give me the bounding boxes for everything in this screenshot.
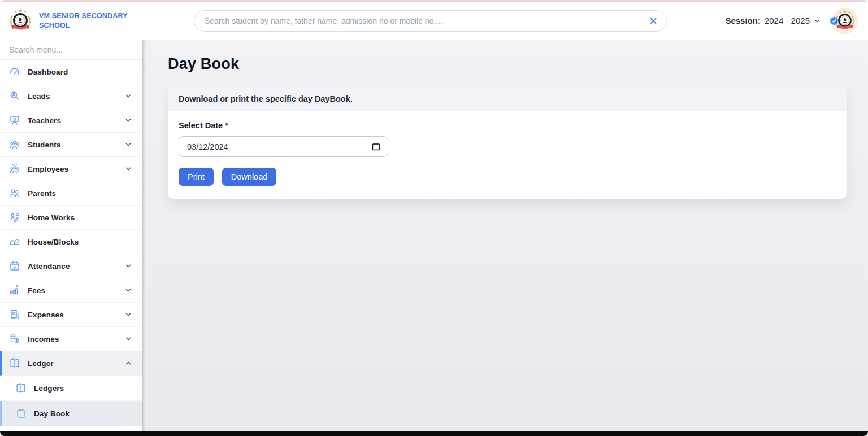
sidebar-item-ledger[interactable]: Ledger bbox=[0, 351, 142, 376]
sidebar-item-fees[interactable]: Fees bbox=[0, 278, 142, 303]
sidebar-item-label: Incomes bbox=[28, 335, 59, 343]
incomes-icon bbox=[9, 333, 20, 345]
app-window: VM SENIOR SECONDARY SCHOOL Session: 2024… bbox=[0, 0, 868, 436]
sidebar-item-dashboard[interactable]: Dashboard bbox=[0, 60, 142, 84]
school-logo-icon bbox=[7, 8, 33, 34]
daybook-icon bbox=[15, 408, 27, 419]
sidebar-item-label: Ledgers bbox=[34, 384, 64, 393]
print-button[interactable]: Print bbox=[179, 168, 214, 186]
sidebar-item-students[interactable]: Students bbox=[0, 133, 142, 157]
brand[interactable]: VM SENIOR SECONDARY SCHOOL bbox=[0, 2, 145, 40]
sidebar-item-house-blocks[interactable]: House/Blocks bbox=[0, 230, 142, 254]
sidebar-item-parents[interactable]: Parents bbox=[0, 181, 142, 206]
daybook-card: Download or print the specific day DayBo… bbox=[168, 87, 847, 199]
sidebar-item-label: Ledger bbox=[28, 359, 54, 368]
avatar[interactable] bbox=[832, 8, 858, 34]
global-search[interactable] bbox=[194, 10, 667, 32]
global-search-wrap bbox=[145, 10, 667, 32]
expenses-icon bbox=[9, 309, 20, 320]
sidebar-item-expenses[interactable]: Expenses bbox=[0, 303, 142, 327]
sidebar-subitem-ledgers[interactable]: Ledgers bbox=[0, 376, 142, 401]
chevron-down-icon bbox=[125, 335, 132, 342]
sidebar-item-label: Teachers bbox=[28, 116, 61, 125]
sidebar-item-label: Attendance bbox=[28, 262, 70, 271]
sidebar-scrollbar[interactable] bbox=[142, 40, 146, 431]
employees-icon bbox=[9, 163, 20, 175]
sidebar-item-label: Expenses bbox=[28, 311, 64, 319]
ledger-icon bbox=[9, 357, 20, 369]
sidebar-item-teachers[interactable]: Teachers bbox=[0, 108, 142, 133]
homeworks-icon bbox=[9, 212, 20, 223]
date-input[interactable]: 03/12/2024 bbox=[179, 136, 388, 157]
sidebar-item-label: Fees bbox=[28, 286, 45, 295]
house-blocks-icon bbox=[9, 236, 20, 247]
sidebar-search[interactable] bbox=[0, 40, 142, 60]
sidebar-item-label: Employees bbox=[28, 165, 68, 173]
sidebar-item-label: House/Blocks bbox=[28, 238, 79, 246]
sidebar: Dashboard Leads Teachers bbox=[0, 40, 142, 431]
teachers-icon bbox=[9, 115, 20, 126]
attendance-icon bbox=[9, 260, 20, 272]
button-row: Print Download bbox=[179, 168, 836, 186]
sidebar-item-label: Dashboard bbox=[28, 68, 68, 76]
download-button[interactable]: Download bbox=[222, 168, 277, 186]
dashboard-icon bbox=[9, 66, 20, 77]
window-bottom-edge bbox=[0, 431, 868, 436]
verified-badge-icon bbox=[830, 16, 839, 25]
fees-icon bbox=[9, 285, 20, 296]
global-search-input[interactable] bbox=[205, 16, 648, 25]
card-header: Download or print the specific day DayBo… bbox=[168, 87, 847, 111]
topbar: VM SENIOR SECONDARY SCHOOL Session: 2024… bbox=[0, 2, 868, 40]
chevron-down-icon bbox=[125, 311, 132, 318]
leads-icon bbox=[9, 90, 20, 102]
sidebar-search-input[interactable] bbox=[9, 45, 133, 54]
chevron-down-icon bbox=[125, 141, 132, 148]
chevron-down-icon bbox=[125, 117, 132, 124]
sidebar-item-label: Home Works bbox=[28, 213, 75, 222]
main-content: Day Book Download or print the specific … bbox=[146, 40, 868, 431]
sidebar-item-incomes[interactable]: Incomes bbox=[0, 327, 142, 351]
sidebar-item-label: Leads bbox=[28, 92, 50, 101]
sidebar-item-attendance[interactable]: Attendance bbox=[0, 254, 142, 278]
page-title: Day Book bbox=[168, 55, 847, 73]
sidebar-item-label: Parents bbox=[28, 189, 56, 198]
close-icon[interactable] bbox=[648, 16, 658, 26]
chevron-down-icon bbox=[125, 263, 132, 269]
sidebar-item-label: Students bbox=[28, 141, 61, 149]
sidebar-item-home-works[interactable]: Home Works bbox=[0, 206, 142, 230]
session-value: 2024 - 2025 bbox=[765, 16, 810, 25]
chevron-down-icon bbox=[125, 93, 132, 99]
sidebar-item-label: Day Book bbox=[34, 409, 70, 418]
app-body: Dashboard Leads Teachers bbox=[0, 40, 868, 431]
card-body: Select Date * 03/12/2024 Print Download bbox=[168, 111, 847, 199]
session-label: Session: bbox=[725, 16, 761, 25]
sidebar-item-leads[interactable]: Leads bbox=[0, 84, 142, 108]
sidebar-subitem-day-book[interactable]: Day Book bbox=[0, 401, 142, 426]
sidebar-item-employees[interactable]: Employees bbox=[0, 157, 142, 181]
select-date-label: Select Date * bbox=[179, 121, 836, 130]
ledgers-icon bbox=[15, 382, 27, 394]
chevron-down-icon bbox=[814, 18, 821, 24]
chevron-down-icon bbox=[125, 165, 132, 172]
school-name: VM SENIOR SECONDARY SCHOOL bbox=[39, 11, 129, 30]
session-selector[interactable]: Session: 2024 - 2025 bbox=[725, 16, 821, 25]
chevron-up-icon bbox=[125, 360, 132, 367]
date-value: 03/12/2024 bbox=[187, 142, 228, 151]
parents-icon bbox=[9, 188, 20, 199]
chevron-down-icon bbox=[125, 287, 132, 294]
students-icon bbox=[9, 139, 20, 150]
calendar-icon[interactable] bbox=[372, 142, 380, 151]
